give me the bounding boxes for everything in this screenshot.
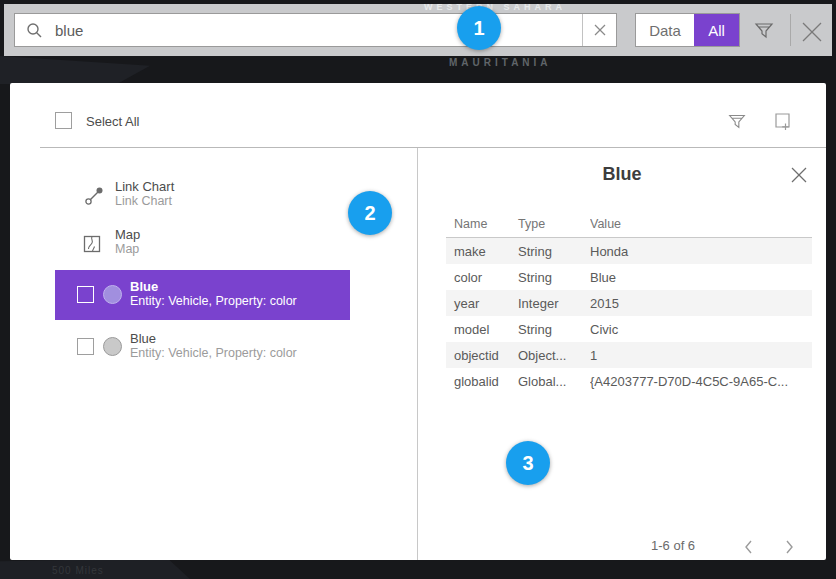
cell-name: color	[446, 270, 518, 285]
search-results-panel: Select All Link Chart Link	[10, 83, 826, 560]
annotation-badge-2: 2	[348, 191, 392, 235]
table-row: year Integer 2015	[446, 290, 812, 316]
table-header-row: Name Type Value	[446, 210, 812, 238]
detail-close-button[interactable]	[790, 166, 808, 184]
link-chart-icon	[84, 186, 104, 206]
detail-panel: Blue Name Type Value make String Honda	[417, 148, 826, 560]
entity-circle-icon	[103, 285, 122, 304]
map-terrain-shape	[0, 56, 150, 84]
item-checkbox[interactable]	[77, 286, 94, 303]
cell-name: year	[446, 296, 518, 311]
list-item-blue-selected[interactable]: Blue Entity: Vehicle, Property: color	[55, 270, 350, 320]
map-label-mauritania: MAURITANIA	[449, 57, 552, 68]
app-frame: WESTERN SAHARA MAURITANIA 500 Miles Data…	[0, 0, 836, 579]
x-icon	[790, 166, 808, 184]
search-close-button[interactable]	[799, 19, 825, 45]
cell-type: String	[518, 322, 590, 337]
item-subtitle: Link Chart	[115, 194, 174, 209]
select-all-checkbox[interactable]	[55, 112, 72, 129]
cell-type: String	[518, 270, 590, 285]
table-row: color String Blue	[446, 264, 812, 290]
add-to-selection-button[interactable]	[772, 110, 794, 132]
cell-type: String	[518, 244, 590, 259]
funnel-icon	[726, 110, 748, 132]
column-header-type: Type	[518, 217, 590, 231]
search-scope-toggle: Data All	[635, 13, 740, 47]
add-to-selection-icon	[772, 110, 794, 132]
results-header: Select All	[10, 83, 826, 147]
cell-type: Integer	[518, 296, 590, 311]
cell-type: Global...	[518, 374, 590, 389]
cell-name: model	[446, 322, 518, 337]
chevron-left-icon	[738, 536, 760, 558]
scope-data-button[interactable]: Data	[636, 14, 694, 46]
cell-value: Civic	[590, 322, 812, 337]
entity-circle-icon	[103, 337, 122, 356]
cell-value: Honda	[590, 244, 812, 259]
properties-table: Name Type Value make String Honda color …	[446, 210, 812, 394]
item-title: Blue	[130, 331, 297, 346]
table-row: make String Honda	[446, 238, 812, 264]
column-header-name: Name	[446, 217, 518, 231]
cell-type: Object...	[518, 348, 590, 363]
cell-value: Blue	[590, 270, 812, 285]
item-subtitle: Entity: Vehicle, Property: color	[130, 346, 297, 361]
cell-value: 1	[590, 348, 812, 363]
cell-name: make	[446, 244, 518, 259]
annotation-badge-1: 1	[457, 6, 501, 50]
search-icon	[26, 22, 43, 39]
x-icon	[594, 24, 606, 36]
item-title: Blue	[130, 279, 297, 294]
column-header-value: Value	[590, 217, 812, 231]
pagination-label: 1-6 of 6	[651, 538, 695, 553]
item-subtitle: Entity: Vehicle, Property: color	[130, 294, 297, 309]
list-item-map[interactable]: Map Map	[10, 226, 417, 264]
item-title: Map	[115, 227, 140, 242]
cell-value: 2015	[590, 296, 812, 311]
search-clear-button[interactable]	[582, 14, 616, 46]
annotation-badge-3: 3	[506, 441, 550, 485]
table-row: model String Civic	[446, 316, 812, 342]
x-icon	[799, 19, 825, 45]
map-icon	[82, 234, 102, 254]
table-row: globalid Global... {A4203777-D70D-4C5C-9…	[446, 368, 812, 394]
item-subtitle: Map	[115, 242, 140, 257]
detail-title: Blue	[418, 164, 826, 185]
filter-button[interactable]	[752, 18, 776, 42]
results-filter-button[interactable]	[726, 110, 748, 132]
cell-name: objectid	[446, 348, 518, 363]
item-checkbox[interactable]	[77, 338, 94, 355]
search-box[interactable]	[14, 13, 617, 47]
cell-value: {A4203777-D70D-4C5C-9A65-C...	[590, 374, 812, 389]
item-title: Link Chart	[115, 179, 174, 194]
pagination-prev-button[interactable]	[738, 536, 760, 558]
map-label-western-sahara: WESTERN SAHARA	[424, 2, 566, 12]
pagination: 1-6 of 6	[418, 536, 826, 558]
list-item-blue[interactable]: Blue Entity: Vehicle, Property: color	[55, 325, 350, 371]
pagination-next-button[interactable]	[778, 536, 800, 558]
chevron-right-icon	[778, 536, 800, 558]
map-scale-label: 500 Miles	[52, 565, 104, 576]
funnel-icon	[752, 18, 776, 42]
search-input[interactable]	[43, 14, 582, 46]
select-all-label: Select All	[86, 114, 139, 129]
table-row: objectid Object... 1	[446, 342, 812, 368]
toolbar-divider	[790, 14, 791, 46]
cell-name: globalid	[446, 374, 518, 389]
search-toolbar: Data All	[4, 4, 832, 56]
scope-all-button[interactable]: All	[694, 14, 739, 46]
